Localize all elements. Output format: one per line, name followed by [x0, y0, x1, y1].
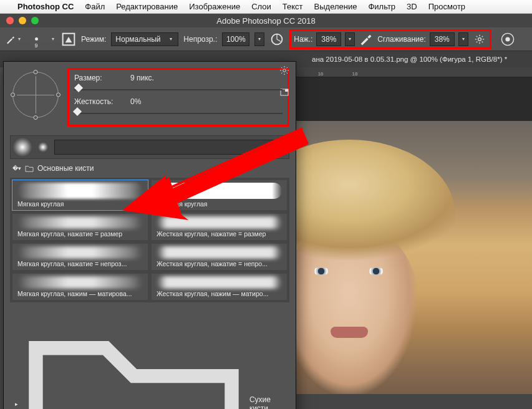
window-title: Adobe Photoshop CC 2018 — [216, 16, 315, 26]
menu-text[interactable]: Текст — [283, 2, 303, 11]
brush-preset[interactable]: Жесткая круглая, нажатие = непро... — [152, 244, 287, 270]
airbrush-icon[interactable] — [359, 32, 374, 47]
brush-tip-preview-icon[interactable] — [13, 138, 32, 156]
svg-line-7 — [476, 36, 478, 37]
flow-dropdown[interactable]: ▾ — [345, 32, 355, 46]
smoothing-dropdown[interactable]: ▾ — [458, 32, 468, 46]
menu-edit[interactable]: Редактирование — [116, 2, 178, 11]
svg-point-2 — [478, 37, 481, 41]
size-slider[interactable] — [74, 85, 283, 94]
smoothing-input[interactable]: 38% — [430, 32, 455, 46]
hardness-slider[interactable] — [74, 108, 283, 117]
smoothing-label: Сглаживание: — [377, 35, 425, 44]
brush-preset[interactable]: Мягкая круглая, нажатие = непроз... — [12, 244, 148, 270]
brush-tip-preview-small-icon[interactable] — [38, 142, 48, 152]
pressure-opacity-icon[interactable] — [269, 32, 284, 47]
window-minimize-button[interactable] — [19, 17, 26, 24]
panel-settings-gear-icon[interactable] — [279, 65, 289, 77]
chevron-down-icon[interactable]: ▾ — [50, 36, 56, 42]
app-name[interactable]: Photoshop CC — [17, 2, 74, 11]
chevron-down-icon: �▾ — [12, 165, 21, 171]
folder-icon — [25, 165, 34, 172]
opacity-input[interactable]: 100% — [222, 32, 249, 46]
annotation-highlight-flow: Наж.: 38% ▾ Сглаживание: 38% ▾ — [289, 29, 491, 49]
blend-mode-select[interactable]: Нормальный▾ — [111, 32, 178, 46]
hardness-value[interactable]: 0% — [130, 97, 141, 106]
brush-search-input[interactable] — [54, 140, 286, 155]
svg-line-23 — [287, 67, 288, 69]
flow-label: Наж.: — [294, 35, 312, 44]
current-tool-icon[interactable]: ▾ — [5, 31, 22, 48]
options-bar: ▾ 9 ▾ Режим: Нормальный▾ Непрозр.: 100% … — [0, 27, 532, 51]
annotation-highlight-size-hardness: Размер: 9 пикс. Жесткость: 0% — [67, 68, 289, 127]
svg-rect-25 — [285, 89, 288, 92]
svg-line-21 — [287, 73, 288, 74]
mac-menubar: Photoshop CC Файл Редактирование Изображ… — [0, 0, 532, 14]
chevron-down-icon: ▾ — [16, 36, 22, 42]
brush-panel-toggle-icon[interactable] — [61, 32, 76, 47]
brush-preset[interactable]: Мягкая круглая — [12, 180, 148, 210]
brush-preset[interactable]: Жесткая круглая, нажим — матиро... — [152, 274, 287, 300]
folder-icon — [22, 306, 246, 409]
svg-line-22 — [281, 73, 283, 74]
svg-line-10 — [481, 36, 483, 37]
chevron-right-icon: ▸ — [15, 401, 18, 407]
menu-filter[interactable]: Фильтр — [368, 2, 395, 11]
brush-preset[interactable]: Жесткая круглая, нажатие = размер — [152, 214, 287, 240]
hardness-label: Жесткость: — [74, 97, 118, 106]
brush-preset[interactable]: Мягкая круглая, нажим — матирова... — [12, 274, 148, 300]
smoothing-settings-icon[interactable] — [472, 32, 487, 47]
svg-line-20 — [281, 67, 283, 69]
brush-preset[interactable]: Жесткая круглая — [152, 180, 287, 210]
opacity-dropdown[interactable]: ▾ — [254, 32, 264, 46]
pressure-size-icon[interactable] — [500, 32, 515, 47]
menu-layers[interactable]: Слои — [251, 2, 271, 11]
menu-3d[interactable]: 3D — [407, 2, 417, 11]
window-zoom-button[interactable] — [31, 17, 39, 24]
brush-angle-control[interactable] — [12, 72, 59, 118]
folder-main-brushes[interactable]: �▾ Основные кисти — [10, 159, 289, 178]
svg-point-15 — [283, 69, 286, 72]
folder-dry-brushes[interactable]: ▸ Сухие кисти — [10, 302, 289, 409]
svg-point-12 — [505, 37, 510, 41]
brush-preset-grid: Мягкая круглая Жесткая круглая Мягкая кр… — [10, 178, 289, 302]
document-tab[interactable]: ана 2019-05-08 в 0.05.31.png @ 100% (Фиг… — [312, 55, 507, 63]
menu-image[interactable]: Изображение — [189, 2, 240, 11]
size-value[interactable]: 9 пикс. — [130, 74, 154, 82]
brush-preset-panel: Размер: 9 пикс. Жесткость: 0% �▾ Основны… — [3, 61, 296, 409]
brush-preset[interactable]: Мягкая круглая, нажатие = размер — [12, 214, 148, 240]
size-label: Размер: — [74, 74, 118, 82]
opacity-label: Непрозр.: — [183, 35, 217, 44]
flow-input[interactable]: 38% — [316, 32, 341, 46]
menu-file[interactable]: Файл — [85, 2, 105, 11]
menu-select[interactable]: Выделение — [314, 2, 357, 11]
mode-label: Режим: — [81, 35, 106, 44]
svg-line-8 — [481, 41, 483, 42]
window-titlebar: Adobe Photoshop CC 2018 — [0, 14, 532, 27]
menu-view[interactable]: Просмотр — [428, 2, 465, 11]
svg-line-9 — [476, 41, 478, 42]
window-close-button[interactable] — [6, 17, 14, 24]
brush-preset-picker[interactable]: 9 — [27, 31, 45, 48]
